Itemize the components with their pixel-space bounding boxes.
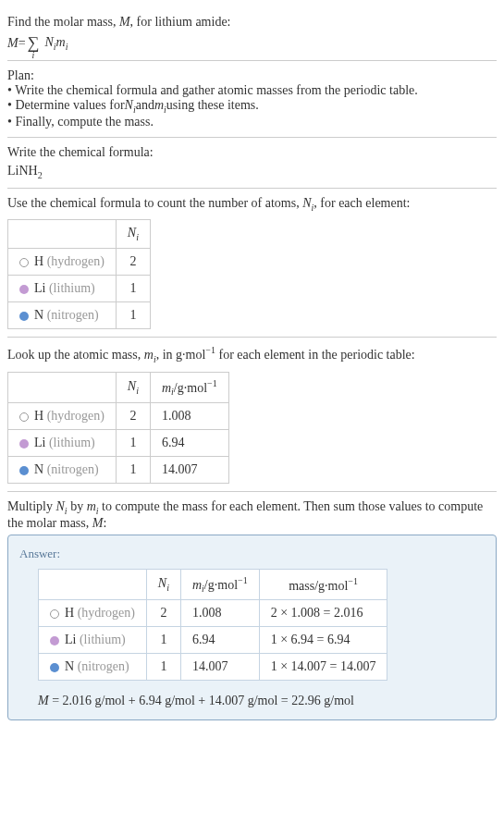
- N-sub: i: [136, 386, 139, 396]
- element-symbol: N: [34, 308, 43, 322]
- element-name: (hydrogen): [47, 409, 104, 423]
- var-mi: mi: [144, 348, 156, 362]
- element-symbol: N: [65, 659, 74, 673]
- calc-value: 1 × 6.94 = 6.94: [259, 627, 387, 654]
- plan-item-1-text: • Write the chemical formula and gather …: [7, 83, 418, 98]
- count-table: Ni H (hydrogen) 2 Li (lithium) 1 N (nitr…: [7, 219, 151, 329]
- count-value: 1: [116, 302, 150, 329]
- element-name: (nitrogen): [47, 308, 99, 322]
- count-title: Use the chemical formula to count the nu…: [7, 196, 497, 213]
- element-cell: N (nitrogen): [39, 654, 147, 681]
- table-row: H (hydrogen) 2: [8, 249, 151, 276]
- nitrogen-dot-icon: [19, 466, 29, 475]
- nitrogen-dot-icon: [50, 663, 59, 672]
- var-M: M: [38, 694, 49, 707]
- element-cell: H (hydrogen): [39, 600, 147, 627]
- lookup-table: Ni mi/g·mol−1 H (hydrogen) 2 1.008 Li (l…: [7, 372, 229, 484]
- element-cell: Li (lithium): [8, 430, 117, 457]
- lithium-dot-icon: [19, 285, 29, 294]
- unit-sup: −1: [205, 345, 215, 355]
- m-sub: i: [66, 41, 68, 51]
- N-letter: N: [44, 35, 53, 49]
- lookup-text: for each element in the periodic table:: [215, 348, 415, 362]
- m: m: [154, 98, 164, 112]
- sigma-icon: ∑ i: [28, 33, 40, 53]
- count-text: , for each element:: [313, 196, 410, 210]
- var-M: M: [92, 516, 104, 530]
- lookup-section: Look up the atomic mass, mi, in g·mol−1 …: [7, 338, 497, 492]
- lookup-title: Look up the atomic mass, mi, in g·mol−1 …: [7, 345, 497, 363]
- element-name: (nitrogen): [47, 462, 99, 476]
- lookup-text: , in g·mol: [156, 348, 206, 362]
- element-name: (lithium): [80, 633, 126, 646]
- element-cell: Li (lithium): [8, 276, 117, 302]
- element-symbol: H: [34, 254, 43, 268]
- intro-line: Find the molar mass, M, for lithium amid…: [7, 15, 497, 30]
- mi-header: mi/g·mol−1: [150, 372, 228, 402]
- count-value: 2: [146, 600, 180, 627]
- element-name: (lithium): [49, 436, 95, 449]
- count-text: Use the chemical formula to count the nu…: [7, 196, 302, 210]
- final-text: = 2.016 g/mol + 6.94 g/mol + 14.007 g/mo…: [49, 694, 354, 707]
- empty-header: [39, 569, 147, 599]
- var-M: M: [119, 15, 130, 29]
- count-value: 1: [116, 457, 150, 484]
- answer-box: Answer: Ni mi/g·mol−1 mass/g·mol−1 H (hy…: [7, 535, 497, 720]
- m: m: [87, 499, 96, 513]
- eq-Ni: Ni: [44, 35, 55, 52]
- plan-section: Plan: • Write the chemical formula and g…: [7, 61, 497, 138]
- Ni-header: Ni: [116, 372, 150, 402]
- molar-mass-formula: M = ∑ i Ni mi: [7, 33, 497, 53]
- var-mi: mi: [87, 499, 99, 513]
- answer-table: Ni mi/g·mol−1 mass/g·mol−1 H (hydrogen) …: [38, 569, 387, 681]
- sigma-sub: i: [32, 50, 35, 60]
- element-symbol: N: [34, 462, 43, 476]
- table-row: Li (lithium) 1 6.94: [8, 430, 229, 457]
- count-value: 1: [146, 627, 180, 654]
- chemical-formula-section: Write the chemical formula: LiNH2: [7, 138, 497, 189]
- element-cell: N (nitrogen): [8, 302, 117, 329]
- plan-text: and: [136, 98, 154, 115]
- table-row: Li (lithium) 1 6.94 1 × 6.94 = 6.94: [39, 627, 387, 654]
- N: N: [128, 226, 136, 240]
- unit: /g·mol: [174, 380, 207, 394]
- plan-title: Plan:: [7, 68, 497, 83]
- N-sub: i: [166, 583, 169, 593]
- var-Ni: Ni: [125, 98, 136, 115]
- plan-item-3: • Finally, compute the mass.: [7, 115, 497, 129]
- N: N: [302, 196, 311, 210]
- unit-sup: −1: [238, 575, 248, 585]
- Ni-header: Ni: [146, 569, 180, 599]
- unit: /g·mol: [204, 578, 238, 592]
- N: N: [56, 499, 65, 513]
- plan-item-3-text: • Finally, compute the mass.: [7, 115, 154, 129]
- eq-M: M: [7, 36, 18, 51]
- table-row: N (nitrogen) 1 14.007: [8, 457, 229, 484]
- count-value: 1: [116, 430, 150, 457]
- mass-value: 1.008: [180, 600, 259, 627]
- element-name: (hydrogen): [47, 254, 104, 268]
- intro-text: Find the molar mass,: [7, 15, 119, 29]
- plan-text: using these items.: [166, 98, 259, 115]
- Ni-header: Ni: [116, 220, 150, 249]
- calc-value: 1 × 14.007 = 14.007: [259, 654, 387, 681]
- plan-item-2: • Determine values for Ni and mi using t…: [7, 98, 497, 115]
- chem-sub: 2: [38, 170, 43, 180]
- N: N: [158, 576, 166, 590]
- nitrogen-dot-icon: [19, 312, 29, 321]
- mass-header: mass/g·mol−1: [259, 569, 387, 599]
- table-header-row: Ni: [8, 220, 151, 249]
- plan-item-1: • Write the chemical formula and gather …: [7, 83, 497, 98]
- text: :: [103, 516, 106, 530]
- element-symbol: Li: [65, 633, 76, 646]
- element-symbol: H: [65, 606, 74, 620]
- unit-sup: −1: [207, 378, 217, 388]
- text: Multiply: [7, 499, 56, 513]
- count-section: Use the chemical formula to count the nu…: [7, 189, 497, 338]
- element-name: (nitrogen): [78, 659, 129, 673]
- mass-value: 1.008: [150, 403, 228, 430]
- hydrogen-dot-icon: [50, 609, 59, 619]
- empty-header: [8, 372, 117, 402]
- mi-header: mi/g·mol−1: [180, 569, 259, 599]
- N: N: [128, 379, 136, 393]
